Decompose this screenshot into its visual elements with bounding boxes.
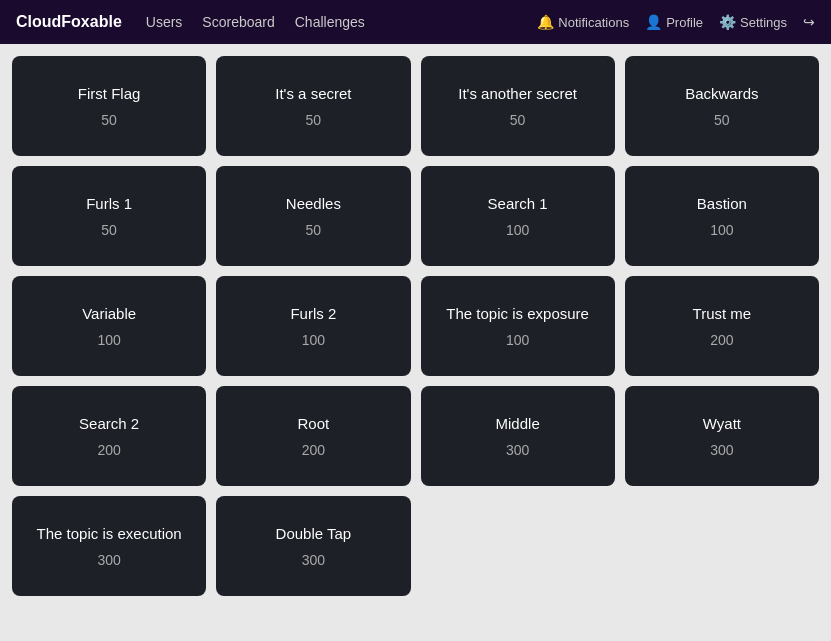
- challenge-name: Variable: [82, 305, 136, 322]
- challenge-card[interactable]: Root200: [216, 386, 410, 486]
- profile-label: Profile: [666, 15, 703, 30]
- nav-link-scoreboard[interactable]: Scoreboard: [202, 14, 274, 30]
- logout-icon: ↪: [803, 14, 815, 30]
- nav-right: 🔔 Notifications 👤 Profile ⚙️ Settings ↪: [537, 14, 815, 30]
- challenge-card[interactable]: Double Tap300: [216, 496, 410, 596]
- challenge-card[interactable]: Needles50: [216, 166, 410, 266]
- challenge-card[interactable]: Search 1100: [421, 166, 615, 266]
- main-content: First Flag50It's a secret50It's another …: [0, 44, 831, 641]
- challenge-points: 50: [101, 222, 117, 238]
- challenge-name: Furls 2: [290, 305, 336, 322]
- challenge-points: 100: [710, 222, 733, 238]
- challenge-card[interactable]: Bastion100: [625, 166, 819, 266]
- challenge-card[interactable]: Trust me200: [625, 276, 819, 376]
- nav-settings[interactable]: ⚙️ Settings: [719, 14, 787, 30]
- challenge-points: 50: [510, 112, 526, 128]
- challenge-points: 300: [302, 552, 325, 568]
- challenge-points: 50: [306, 222, 322, 238]
- challenge-name: Wyatt: [703, 415, 741, 432]
- challenge-card[interactable]: Furls 2100: [216, 276, 410, 376]
- challenge-card[interactable]: Middle300: [421, 386, 615, 486]
- challenge-name: Trust me: [693, 305, 752, 322]
- challenge-points: 100: [506, 222, 529, 238]
- challenge-card[interactable]: The topic is execution300: [12, 496, 206, 596]
- nav-logout[interactable]: ↪: [803, 14, 815, 30]
- challenge-name: It's a secret: [275, 85, 351, 102]
- challenge-name: Bastion: [697, 195, 747, 212]
- challenge-points: 50: [101, 112, 117, 128]
- nav-profile[interactable]: 👤 Profile: [645, 14, 703, 30]
- challenge-card[interactable]: Search 2200: [12, 386, 206, 486]
- nav-link-challenges[interactable]: Challenges: [295, 14, 365, 30]
- challenge-card[interactable]: It's another secret50: [421, 56, 615, 156]
- challenge-name: Root: [298, 415, 330, 432]
- challenge-name: The topic is exposure: [446, 305, 589, 322]
- bell-icon: 🔔: [537, 14, 554, 30]
- challenge-points: 100: [302, 332, 325, 348]
- challenge-name: Middle: [496, 415, 540, 432]
- challenge-points: 50: [306, 112, 322, 128]
- navbar: CloudFoxable Users Scoreboard Challenges…: [0, 0, 831, 44]
- challenge-points: 200: [97, 442, 120, 458]
- challenge-points: 100: [97, 332, 120, 348]
- challenge-points: 200: [710, 332, 733, 348]
- challenge-points: 300: [97, 552, 120, 568]
- challenge-name: Backwards: [685, 85, 758, 102]
- settings-label: Settings: [740, 15, 787, 30]
- challenges-grid: First Flag50It's a secret50It's another …: [12, 56, 819, 596]
- nav-notifications[interactable]: 🔔 Notifications: [537, 14, 629, 30]
- challenge-card[interactable]: The topic is exposure100: [421, 276, 615, 376]
- settings-icon: ⚙️: [719, 14, 736, 30]
- challenge-points: 50: [714, 112, 730, 128]
- challenge-points: 200: [302, 442, 325, 458]
- challenge-card[interactable]: Furls 150: [12, 166, 206, 266]
- nav-links: Users Scoreboard Challenges: [146, 14, 538, 30]
- challenge-name: Furls 1: [86, 195, 132, 212]
- challenge-points: 100: [506, 332, 529, 348]
- challenge-card[interactable]: First Flag50: [12, 56, 206, 156]
- challenge-name: It's another secret: [458, 85, 577, 102]
- nav-link-users[interactable]: Users: [146, 14, 183, 30]
- challenge-card[interactable]: Wyatt300: [625, 386, 819, 486]
- challenge-points: 300: [710, 442, 733, 458]
- challenge-name: Search 2: [79, 415, 139, 432]
- notifications-label: Notifications: [558, 15, 629, 30]
- challenge-name: First Flag: [78, 85, 141, 102]
- brand-logo: CloudFoxable: [16, 13, 122, 31]
- challenge-card[interactable]: Backwards50: [625, 56, 819, 156]
- challenge-name: The topic is execution: [37, 525, 182, 542]
- challenge-card[interactable]: Variable100: [12, 276, 206, 376]
- challenge-card[interactable]: It's a secret50: [216, 56, 410, 156]
- profile-icon: 👤: [645, 14, 662, 30]
- challenge-name: Needles: [286, 195, 341, 212]
- challenge-points: 300: [506, 442, 529, 458]
- challenge-name: Double Tap: [276, 525, 352, 542]
- challenge-name: Search 1: [488, 195, 548, 212]
